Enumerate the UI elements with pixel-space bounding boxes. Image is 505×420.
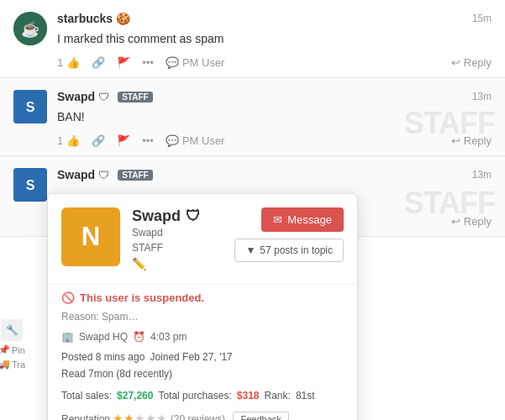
envelope-icon: ✉ bbox=[273, 213, 282, 226]
post-2-timestamp: 13m bbox=[472, 91, 492, 102]
avatar-starbucks: ☕ bbox=[13, 12, 47, 45]
svg-text:S: S bbox=[26, 178, 35, 192]
user-card-username: Swapd bbox=[132, 207, 181, 225]
speech-icon-2: 💬 bbox=[166, 134, 179, 147]
svg-text:S: S bbox=[26, 100, 35, 114]
post-1: ☕ starbucks 🍪 15m I marked this comment … bbox=[0, 0, 505, 78]
post-2-staff-badge: STAFF bbox=[118, 92, 152, 102]
post-1-like[interactable]: 1 👍 bbox=[57, 56, 80, 69]
post-2: S Swapd 🛡 STAFF 13m BAN! 1 👍 🔗 🚩 ••• 💬 P… bbox=[0, 78, 505, 156]
avatar-swapd-1: S bbox=[13, 90, 47, 123]
post-1-content: starbucks 🍪 15m I marked this comment as… bbox=[57, 12, 492, 69]
post-1-pm-button[interactable]: 💬 PM User bbox=[166, 56, 225, 69]
user-card-role-line1: Swapd bbox=[132, 227, 223, 237]
post-3-timestamp: 13m bbox=[472, 169, 492, 181]
post-2-content: Swapd 🛡 STAFF 13m BAN! 1 👍 🔗 🚩 ••• 💬 PM … bbox=[57, 90, 492, 147]
reply-icon-3: ↩ bbox=[451, 215, 460, 228]
thumbs-up-icon-2[interactable]: 👍 bbox=[66, 134, 80, 147]
speech-icon: 💬 bbox=[166, 56, 179, 69]
post-1-header: starbucks 🍪 15m bbox=[57, 12, 492, 25]
post-1-reply-button[interactable]: ↩ Reply bbox=[451, 56, 492, 69]
user-card-actions: ✉ Message ▼ 57 posts in topic bbox=[234, 207, 344, 237]
post-2-username: Swapd bbox=[57, 90, 95, 103]
like-count: 1 bbox=[57, 56, 63, 69]
post-1-timestamp: 15m bbox=[472, 13, 492, 24]
post-3-staff-badge: STAFF bbox=[118, 170, 152, 181]
post-2-like[interactable]: 1 👍 bbox=[57, 134, 80, 147]
post-3-reply-button[interactable]: ↩ Reply bbox=[451, 215, 492, 228]
post-3-username: Swapd bbox=[57, 168, 95, 181]
post-1-more-icon[interactable]: ••• bbox=[142, 56, 154, 69]
post-2-pm-button[interactable]: 💬 PM User bbox=[166, 134, 225, 147]
post-2-flag-icon[interactable]: 🚩 bbox=[117, 134, 130, 147]
post-2-header: Swapd 🛡 STAFF 13m bbox=[57, 90, 492, 103]
post-1-body: I marked this comment as spam bbox=[57, 30, 492, 48]
user-card-info: Swapd 🛡 Swapd STAFF ✏️ bbox=[132, 207, 223, 237]
message-button[interactable]: ✉ Message bbox=[261, 207, 344, 232]
svg-text:☕: ☕ bbox=[21, 20, 40, 39]
avatar-swapd-2: S bbox=[13, 168, 47, 202]
post-1-link-icon[interactable]: 🔗 bbox=[92, 56, 105, 69]
post-1-actions: 1 👍 🔗 🚩 ••• 💬 PM User ↩ Reply bbox=[57, 56, 492, 69]
thumbs-up-icon[interactable]: 👍 bbox=[66, 56, 80, 69]
user-card-shield-icon: 🛡 bbox=[186, 207, 201, 225]
post-2-link-icon[interactable]: 🔗 bbox=[92, 134, 105, 147]
user-card-avatar: N bbox=[61, 207, 120, 237]
post-1-username: starbucks bbox=[57, 12, 113, 25]
post-2-shield-icon: 🛡 bbox=[98, 91, 109, 103]
post-1-emoji: 🍪 bbox=[116, 12, 130, 25]
post-2-more-icon[interactable]: ••• bbox=[142, 134, 154, 147]
post-2-body: BAN! bbox=[57, 108, 492, 126]
like-count-2: 1 bbox=[57, 134, 63, 147]
user-card-header: N Swapd 🛡 Swapd STAFF ✏️ ✉ Message ▼ 57 … bbox=[48, 194, 357, 237]
svg-text:N: N bbox=[82, 222, 101, 237]
reply-icon-2: ↩ bbox=[451, 134, 460, 147]
user-card: N Swapd 🛡 Swapd STAFF ✏️ ✉ Message ▼ 57 … bbox=[47, 193, 358, 237]
post-2-actions: 1 👍 🔗 🚩 ••• 💬 PM User ↩ Reply bbox=[57, 134, 492, 147]
post-2-reply-button[interactable]: ↩ Reply bbox=[451, 134, 492, 147]
user-card-name: Swapd 🛡 bbox=[132, 207, 223, 225]
post-1-flag-icon[interactable]: 🚩 bbox=[117, 56, 130, 69]
post-3-shield-icon: 🛡 bbox=[98, 169, 109, 181]
post-3-header: Swapd 🛡 STAFF 13m bbox=[57, 168, 492, 181]
reply-icon: ↩ bbox=[451, 56, 460, 69]
